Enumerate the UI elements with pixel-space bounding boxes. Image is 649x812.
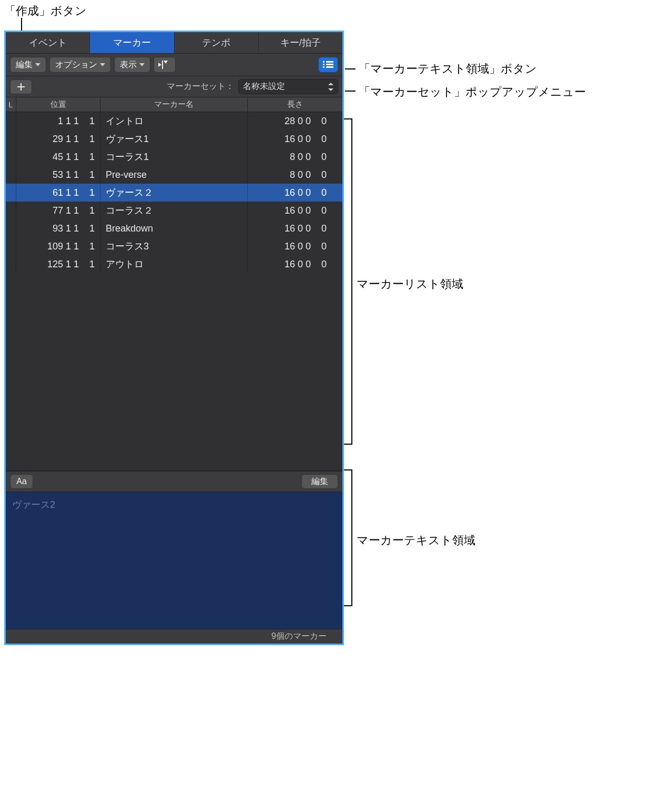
- table-row[interactable]: 45 1 1 1コーラス18 0 0 0: [6, 148, 342, 166]
- main-tabs: イベント マーカー テンポ キー/拍子: [6, 32, 342, 53]
- cell-position[interactable]: 61 1 1 1: [16, 184, 100, 202]
- cell-name[interactable]: コーラス２: [100, 202, 248, 219]
- cell-position[interactable]: 1 1 1 1: [16, 112, 100, 130]
- cell-position[interactable]: 77 1 1 1: [16, 202, 100, 219]
- marker-count: 9個のマーカー: [271, 631, 327, 642]
- cell-position[interactable]: 93 1 1 1: [16, 219, 100, 237]
- col-header-position[interactable]: 位置: [16, 97, 100, 112]
- cell-length[interactable]: 16 0 0 0: [248, 202, 342, 219]
- cell-name[interactable]: ヴァース２: [100, 184, 248, 202]
- cell-length[interactable]: 16 0 0 0: [248, 130, 342, 148]
- table-row[interactable]: 93 1 1 1Breakdown16 0 0 0: [6, 219, 342, 237]
- tab-events[interactable]: イベント: [6, 32, 90, 53]
- toolbar: 編集 オプション 表示: [6, 53, 342, 76]
- status-bar: 9個のマーカー: [6, 629, 342, 644]
- tab-markers[interactable]: マーカー: [90, 32, 174, 53]
- options-menu[interactable]: オプション: [49, 57, 111, 73]
- table-row[interactable]: 29 1 1 1ヴァース116 0 0 0: [6, 130, 342, 148]
- svg-marker-2: [139, 63, 145, 66]
- marker-text-area[interactable]: ヴァース2: [6, 492, 342, 629]
- edit-menu[interactable]: 編集: [10, 57, 46, 73]
- marker-set-label: マーカーセット：: [167, 81, 234, 92]
- marker-list-area[interactable]: 1 1 1 1イントロ28 0 0 029 1 1 1ヴァース116 0 0 0…: [6, 112, 342, 471]
- svg-rect-13: [17, 86, 25, 87]
- view-menu-label: 表示: [120, 59, 137, 71]
- list-lines-icon: [323, 61, 333, 68]
- cell-length[interactable]: 28 0 0 0: [248, 112, 342, 130]
- col-header-length[interactable]: 長さ: [248, 97, 342, 112]
- column-headers: L 位置 マーカー名 長さ: [6, 97, 342, 112]
- text-edit-label: 編集: [311, 476, 328, 487]
- cell-name[interactable]: アウトロ: [100, 255, 248, 273]
- cell-position[interactable]: 109 1 1 1: [16, 237, 100, 255]
- col-header-lock[interactable]: L: [6, 97, 16, 112]
- chevron-down-icon: [139, 63, 145, 66]
- svg-rect-10: [323, 66, 324, 68]
- cell-lock: [6, 184, 16, 202]
- cell-length[interactable]: 8 0 0 0: [248, 166, 342, 184]
- text-edit-button[interactable]: 編集: [301, 474, 338, 489]
- font-style-label: Aa: [16, 477, 27, 486]
- col-header-name[interactable]: マーカー名: [100, 97, 248, 112]
- cell-lock: [6, 255, 16, 273]
- marker-set-row: マーカーセット： 名称未設定: [6, 76, 342, 97]
- cell-lock: [6, 148, 16, 166]
- cell-lock: [6, 130, 16, 148]
- cell-length[interactable]: 16 0 0 0: [248, 219, 342, 237]
- edit-menu-label: 編集: [16, 59, 33, 71]
- table-row[interactable]: 109 1 1 1コーラス316 0 0 0: [6, 237, 342, 255]
- table-row[interactable]: 61 1 1 1ヴァース２16 0 0 0: [6, 184, 342, 202]
- marker-text-area-toggle-button[interactable]: [318, 57, 338, 73]
- cell-name[interactable]: コーラス1: [100, 148, 248, 166]
- cell-name[interactable]: Breakdown: [100, 219, 248, 237]
- callout-marker-list-area: マーカーリスト領域: [357, 276, 463, 292]
- playhead-catch-icon: [158, 61, 171, 69]
- cell-position[interactable]: 125 1 1 1: [16, 255, 100, 273]
- font-style-button[interactable]: Aa: [10, 474, 33, 489]
- cell-lock: [6, 166, 16, 184]
- tab-key-signature[interactable]: キー/拍子: [259, 32, 342, 53]
- marker-set-popup[interactable]: 名称未設定: [238, 79, 338, 94]
- chevron-down-icon: [35, 63, 40, 66]
- create-marker-button[interactable]: [10, 79, 32, 94]
- cell-lock: [6, 202, 16, 219]
- catch-playhead-button[interactable]: [154, 57, 176, 73]
- cell-name[interactable]: コーラス3: [100, 237, 248, 255]
- marker-text-content: ヴァース2: [12, 499, 55, 510]
- cell-lock: [6, 112, 16, 130]
- svg-marker-15: [328, 88, 333, 91]
- callout-bracket-list: [345, 118, 352, 445]
- svg-rect-7: [326, 61, 333, 63]
- svg-marker-14: [328, 83, 333, 85]
- marker-list-panel: イベント マーカー テンポ キー/拍子 編集 オプション 表示: [4, 31, 344, 645]
- cell-lock: [6, 237, 16, 255]
- svg-rect-6: [323, 61, 324, 63]
- callout-text-area-button: 「マーカーテキスト領域」ボタン: [345, 61, 537, 77]
- cell-name[interactable]: Pre-verse: [100, 166, 248, 184]
- cell-length[interactable]: 16 0 0 0: [248, 237, 342, 255]
- table-row[interactable]: 1 1 1 1イントロ28 0 0 0: [6, 112, 342, 130]
- cell-length[interactable]: 16 0 0 0: [248, 184, 342, 202]
- cell-name[interactable]: イントロ: [100, 112, 248, 130]
- tab-tempo[interactable]: テンポ: [175, 32, 259, 53]
- cell-position[interactable]: 53 1 1 1: [16, 166, 100, 184]
- cell-position[interactable]: 29 1 1 1: [16, 130, 100, 148]
- cell-lock: [6, 219, 16, 237]
- svg-marker-1: [100, 63, 105, 66]
- svg-marker-3: [158, 63, 161, 67]
- options-menu-label: オプション: [55, 59, 97, 71]
- plus-icon: [17, 83, 25, 91]
- chevron-down-icon: [100, 63, 105, 66]
- callout-marker-text-area: マーカーテキスト領域: [357, 533, 475, 548]
- table-row[interactable]: 125 1 1 1アウトロ16 0 0 0: [6, 255, 342, 273]
- table-row[interactable]: 77 1 1 1コーラス２16 0 0 0: [6, 202, 342, 219]
- cell-position[interactable]: 45 1 1 1: [16, 148, 100, 166]
- svg-marker-5: [164, 61, 168, 64]
- cell-length[interactable]: 16 0 0 0: [248, 255, 342, 273]
- cell-length[interactable]: 8 0 0 0: [248, 148, 342, 166]
- svg-rect-9: [326, 64, 333, 65]
- view-menu[interactable]: 表示: [114, 57, 150, 73]
- cell-name[interactable]: ヴァース1: [100, 130, 248, 148]
- up-down-icon: [328, 83, 333, 91]
- table-row[interactable]: 53 1 1 1Pre-verse8 0 0 0: [6, 166, 342, 184]
